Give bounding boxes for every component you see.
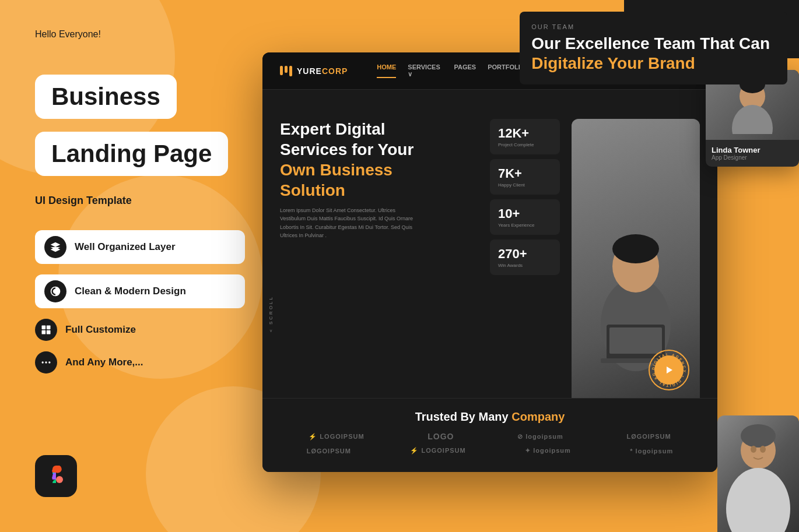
hero-desc: Lorem Ipsum Dolor Sit Amet Consectetur. … — [280, 206, 420, 240]
logo-bars — [280, 66, 292, 76]
right-area: OUR TEAM Our Excellence Team That Can Di… — [251, 0, 799, 532]
svg-point-10 — [612, 234, 659, 263]
team-section: OUR TEAM Our Excellence Team That Can Di… — [520, 12, 787, 84]
stat-number: 7K+ — [498, 166, 552, 181]
greeting-text: Hello Everyone! — [35, 29, 245, 40]
nav-link-pages[interactable]: PAGES — [454, 64, 476, 78]
more-icon — [35, 351, 57, 374]
stat-number: 10+ — [498, 206, 552, 221]
person-card-bottom — [717, 415, 799, 532]
stat-label: Project Complete — [498, 142, 552, 147]
feature-label: And Any More,... — [65, 357, 143, 368]
feature-list: Well Organized Layer Clean & Modern Desi… — [35, 230, 245, 374]
website-mockup: YURECORP HOME SERVICES ∨ PAGES PORTFOLIO… — [262, 52, 717, 472]
stat-label: Win Awards — [498, 263, 552, 268]
agency-badge: DIGITAL AGENCY • DIGITAL AGENCY • — [649, 350, 689, 390]
subtitle-text: UI Design Template — [35, 195, 245, 207]
feature-item: And Any More,... — [35, 351, 245, 374]
trusted-section: Trusted By Many Company ⚡ LOGOIPSUM LOGO… — [262, 398, 717, 472]
logo-item: ⚡ LOGOIPSUM — [309, 433, 364, 441]
stat-number: 270+ — [498, 246, 552, 262]
feature-label: Well Organized Layer — [75, 241, 176, 253]
stat-card: 270+ Win Awards — [490, 239, 560, 275]
trusted-title: Trusted By Many Company — [280, 410, 700, 424]
feature-item: Clean & Modern Design — [35, 274, 245, 308]
logo-item: * logoipsum — [630, 448, 673, 455]
person-photo — [717, 415, 799, 532]
logo-item: ⊘ logoipsum — [517, 433, 563, 441]
svg-text:DIGITAL AGENCY • DIGITAL AGENC: DIGITAL AGENCY • DIGITAL AGENCY • — [649, 350, 687, 388]
svg-point-22 — [751, 446, 756, 453]
logo-bar — [289, 66, 292, 76]
stat-card: 10+ Years Experience — [490, 199, 560, 235]
linda-info: Linda Towner App Designer — [706, 140, 799, 167]
mock-logo: YURECORP — [280, 66, 348, 76]
scroll-text: < SCROLL — [268, 295, 274, 332]
logo-item: LØGOIPSUM — [307, 448, 351, 455]
svg-point-20 — [741, 424, 776, 448]
svg-rect-4 — [47, 330, 51, 334]
logos-row-1: ⚡ LOGOIPSUM LOGO ⊘ logoipsum LØGOIPSUM — [280, 432, 700, 441]
logo-item: LOGO — [427, 432, 454, 441]
design-icon — [44, 280, 66, 302]
feature-item: Full Customize — [35, 319, 245, 341]
svg-point-6 — [45, 361, 47, 363]
hero-title: Expert Digital Services for Your Own Bus… — [280, 119, 478, 200]
svg-point-5 — [42, 361, 44, 363]
logo-text: YURECORP — [297, 66, 348, 76]
svg-point-21 — [726, 468, 790, 532]
feature-label: Clean & Modern Design — [75, 286, 186, 297]
linda-role: App Designer — [712, 154, 793, 161]
stat-card: 12K+ Project Complete — [490, 119, 560, 154]
logo-item: ⚡ LOGOIPSUM — [410, 447, 465, 455]
svg-point-7 — [48, 361, 50, 363]
svg-rect-2 — [47, 326, 51, 330]
logo-bar — [285, 66, 288, 73]
feature-item: Well Organized Layer — [35, 230, 245, 264]
logo-bar — [280, 66, 283, 75]
left-panel: Hello Everyone! Business Landing Page UI… — [0, 0, 280, 532]
nav-link-services[interactable]: SERVICES ∨ — [408, 64, 442, 78]
svg-rect-1 — [42, 326, 46, 330]
customize-icon — [35, 319, 57, 341]
team-label: OUR TEAM — [531, 23, 770, 30]
logo-item: LØGOIPSUM — [626, 433, 671, 440]
linda-name: Linda Towner — [712, 146, 793, 154]
svg-point-23 — [760, 446, 766, 453]
stat-label: Happy Client — [498, 182, 552, 188]
svg-point-18 — [732, 105, 773, 134]
stat-card: 7K+ Happy Client — [490, 159, 560, 195]
feature-label: Full Customize — [65, 324, 136, 336]
svg-rect-3 — [42, 330, 46, 334]
title-box-2: Landing Page — [35, 132, 228, 176]
figma-icon — [35, 455, 77, 497]
logos-row-2: LØGOIPSUM ⚡ LOGOIPSUM ✦ logoipsum * logo… — [280, 447, 700, 455]
stat-label: Years Experience — [498, 223, 552, 228]
logo-item: ✦ logoipsum — [525, 447, 571, 455]
nav-link-home[interactable]: HOME — [377, 64, 396, 78]
team-heading: Our Excellence Team That Can Digitalize … — [531, 34, 770, 73]
title-business: Business — [51, 83, 160, 111]
title-box-1: Business — [35, 75, 177, 119]
layer-icon — [44, 236, 66, 258]
stat-number: 12K+ — [498, 126, 552, 141]
title-landing: Landing Page — [51, 140, 212, 168]
